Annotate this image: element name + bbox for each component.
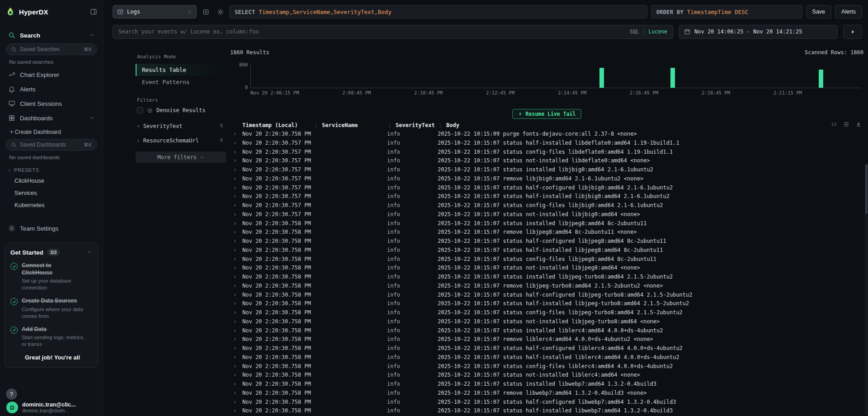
row-expand-icon[interactable]: › [230, 210, 242, 219]
row-expand-icon[interactable]: › [230, 219, 242, 228]
mode-results-table[interactable]: Results Table [136, 64, 226, 76]
saved-dashboards-input[interactable]: Saved Dashboards ⌘K [5, 139, 97, 151]
order-by-input[interactable]: ORDER BY TimestampTime DESC [651, 5, 802, 19]
row-expand-icon[interactable]: › [230, 156, 242, 165]
preset-item[interactable]: Services [5, 187, 98, 199]
pin-icon[interactable] [219, 123, 224, 129]
table-row[interactable]: ›Nov 20 2:20:30.758 PMinfo2025-10-22 10:… [230, 326, 863, 336]
table-row[interactable]: ›Nov 20 2:20:30.758 PMinfo2025-10-22 10:… [230, 335, 863, 344]
more-filters-button[interactable]: More filters [136, 151, 226, 163]
preset-item[interactable]: ClickHouse [5, 175, 98, 187]
row-density-icon[interactable] [843, 121, 849, 128]
table-row[interactable]: ›Nov 20 2:20:30.758 PMinfo2025-10-22 10:… [230, 317, 863, 326]
table-row[interactable]: ›Nov 20 2:20:30.758 PMinfo2025-10-22 10:… [230, 219, 863, 228]
table-row[interactable]: ›Nov 20 2:20:30.758 PMinfo2025-10-22 10:… [230, 308, 863, 317]
row-expand-icon[interactable]: › [230, 362, 242, 371]
row-expand-icon[interactable]: › [230, 308, 242, 317]
add-source-button[interactable] [200, 6, 211, 17]
chevron-up-icon[interactable] [87, 250, 92, 255]
presets-section-toggle[interactable]: PRESETS [5, 163, 98, 175]
table-row[interactable]: ›Nov 20 2:20:30.758 PMinfo2025-10-22 10:… [230, 299, 863, 308]
filter-group-severitytext[interactable]: ›SeverityText [136, 119, 226, 133]
row-expand-icon[interactable]: › [230, 264, 242, 273]
row-expand-icon[interactable]: › [230, 407, 242, 416]
sidebar-item-team-settings[interactable]: Team Settings [5, 221, 98, 236]
row-expand-icon[interactable]: › [230, 398, 242, 407]
row-expand-icon[interactable]: › [230, 335, 242, 344]
run-query-button[interactable] [843, 25, 862, 39]
sidebar-item-client-sessions[interactable]: Client Sessions [5, 96, 98, 111]
row-expand-icon[interactable]: › [230, 255, 242, 264]
get-started-header[interactable]: Get Started 3/3 [10, 249, 92, 256]
filter-group-resourceschemaurl[interactable]: ›ResourceSchemaUrl [136, 133, 226, 148]
sidebar-item-search[interactable]: Search [5, 28, 98, 43]
select-clause-input[interactable]: SELECT Timestamp,ServiceName,SeverityTex… [229, 5, 647, 19]
table-row[interactable]: ›Nov 20 2:20:30.758 PMinfo2025-10-22 10:… [230, 282, 863, 291]
table-row[interactable]: ›Nov 20 2:20:30.757 PMinfo2025-10-22 10:… [230, 156, 863, 165]
row-expand-icon[interactable]: › [230, 282, 242, 291]
sidebar-collapse-icon[interactable] [90, 8, 97, 15]
row-expand-icon[interactable]: › [230, 175, 242, 184]
row-expand-icon[interactable]: › [230, 371, 242, 380]
sidebar-item-chart-explorer[interactable]: Chart Explorer [5, 67, 98, 82]
table-row[interactable]: ›Nov 20 2:20:30.758 PMinfo2025-10-22 10:… [230, 246, 863, 255]
table-row[interactable]: ›Nov 20 2:20:30.757 PMinfo2025-10-22 10:… [230, 201, 863, 210]
row-expand-icon[interactable]: › [230, 130, 242, 139]
scrollbar-thumb[interactable] [865, 164, 868, 214]
chart-bar[interactable] [670, 68, 675, 88]
table-row[interactable]: ›Nov 20 2:20:30.758 PMinfo2025-10-22 10:… [230, 362, 863, 371]
row-expand-icon[interactable]: › [230, 246, 242, 255]
table-row[interactable]: ›Nov 20 2:20:30.758 PMinfo2025-10-22 10:… [230, 380, 863, 389]
table-row[interactable]: ›Nov 20 2:20:30.758 PMinfo2025-10-22 10:… [230, 371, 863, 380]
row-expand-icon[interactable]: › [230, 291, 242, 300]
row-expand-icon[interactable]: › [230, 165, 242, 175]
table-row[interactable]: ›Nov 20 2:20:30.758 PMinfo2025-10-22 10:… [230, 389, 863, 398]
row-expand-icon[interactable]: › [230, 317, 242, 326]
table-row[interactable]: ›Nov 20 2:20:30.758 PMinfo2025-10-22 10:… [230, 237, 863, 246]
table-row[interactable]: ›Nov 20 2:20:30.758 PMinfo2025-10-22 10:… [230, 291, 863, 300]
chart-bar[interactable] [599, 68, 604, 88]
table-row[interactable]: ›Nov 20 2:20:30.757 PMinfo2025-10-22 10:… [230, 165, 863, 175]
row-expand-icon[interactable]: › [230, 139, 242, 148]
event-search-input[interactable]: Search your events w/ Lucene ex. column:… [113, 25, 673, 39]
chevron-right-icon[interactable]: › [137, 138, 140, 143]
saved-searches-input[interactable]: Saved Searches ⌘K [5, 43, 97, 55]
date-range-picker[interactable]: Nov 20 14:06:25 - Nov 20 14:21:25 [679, 25, 838, 39]
table-row[interactable]: ›Nov 20 2:20:30.758 PMinfo2025-10-22 10:… [230, 353, 863, 362]
create-dashboard-button[interactable]: + Create Dashboard [5, 125, 98, 138]
help-button[interactable]: ? [6, 388, 17, 400]
row-expand-icon[interactable]: › [230, 184, 242, 193]
table-row[interactable]: ›Nov 20 2:20:30.757 PMinfo2025-10-22 10:… [230, 184, 863, 193]
source-select[interactable]: Logs [113, 5, 197, 19]
column-header-body[interactable]: ⋮Body [438, 122, 863, 128]
source-settings-button[interactable] [215, 6, 226, 17]
denoise-checkbox[interactable] [137, 107, 143, 113]
column-header-severitytext[interactable]: ⋮SeverityText [387, 122, 438, 128]
chart-bar[interactable] [819, 70, 823, 88]
row-expand-icon[interactable]: › [230, 353, 242, 362]
table-row[interactable]: ›Nov 20 2:20:30.757 PMinfo2025-10-22 10:… [230, 192, 863, 201]
table-row[interactable]: ›Nov 20 2:20:30.758 PMinfo2025-10-22 10:… [230, 228, 863, 237]
row-expand-icon[interactable]: › [230, 201, 242, 210]
table-row[interactable]: ›Nov 20 2:20:30.758 PMinfo2025-10-22 10:… [230, 130, 863, 139]
get-started-item[interactable]: Create Data SourcesConfigure where your … [10, 298, 92, 320]
save-button[interactable]: Save [806, 5, 832, 19]
table-row[interactable]: ›Nov 20 2:20:30.758 PMinfo2025-10-22 10:… [230, 344, 863, 353]
table-row[interactable]: ›Nov 20 2:20:30.757 PMinfo2025-10-22 10:… [230, 148, 863, 157]
mode-event-patterns[interactable]: Event Patterns [136, 76, 226, 88]
preset-item[interactable]: Kubernetes [5, 199, 98, 211]
column-header-timestamp[interactable]: Timestamp (Local) [242, 122, 313, 128]
chevron-up-icon[interactable] [89, 33, 94, 38]
table-row[interactable]: ›Nov 20 2:20:30.757 PMinfo2025-10-22 10:… [230, 139, 863, 148]
row-expand-icon[interactable]: › [230, 273, 242, 282]
row-expand-icon[interactable]: › [230, 389, 242, 398]
table-row[interactable]: ›Nov 20 2:20:30.758 PMinfo2025-10-22 10:… [230, 398, 863, 407]
alerts-button[interactable]: Alerts [835, 5, 862, 19]
table-row[interactable]: ›Nov 20 2:20:30.758 PMinfo2025-10-22 10:… [230, 255, 863, 264]
row-expand-icon[interactable]: › [230, 237, 242, 246]
row-expand-icon[interactable]: › [230, 228, 242, 237]
chevron-up-icon[interactable] [89, 115, 94, 121]
table-row[interactable]: ›Nov 20 2:20:30.757 PMinfo2025-10-22 10:… [230, 210, 863, 219]
row-expand-icon[interactable]: › [230, 326, 242, 336]
column-header-servicename[interactable]: ⋮ServiceName [313, 122, 387, 128]
